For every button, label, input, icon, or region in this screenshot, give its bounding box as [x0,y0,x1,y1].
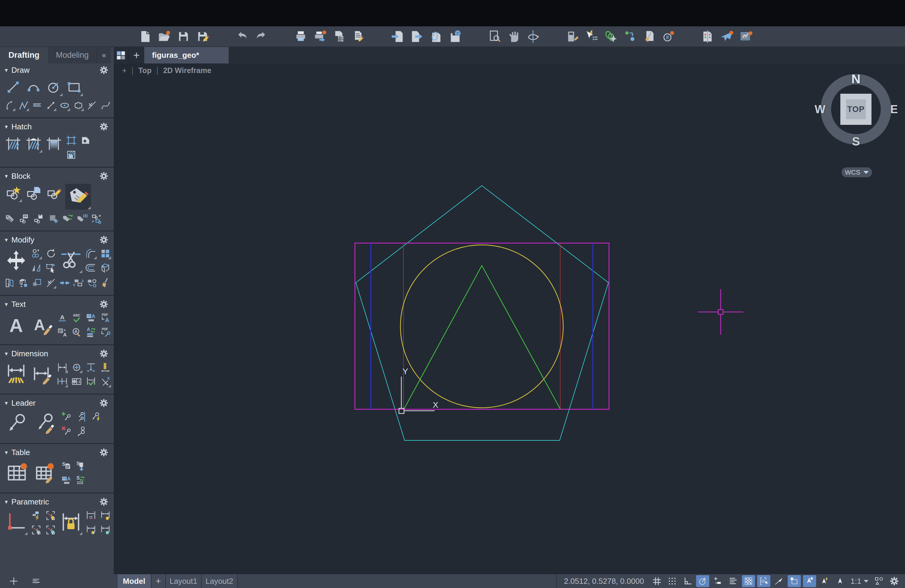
line[interactable] [4,78,22,96]
section-settings-gear-icon[interactable] [99,172,108,181]
sync-attributes[interactable] [62,213,74,224]
match-properties[interactable] [86,277,98,289]
layout1-tab[interactable]: Layout1 [166,574,202,588]
hide-all-constraints[interactable] [44,524,57,536]
stretch[interactable] [44,262,57,274]
mirror[interactable] [30,262,42,274]
arc-start-center-end[interactable] [4,99,16,111]
gradient[interactable] [45,134,63,153]
update-text[interactable] [85,326,97,338]
write-block[interactable] [33,213,45,224]
object-snap-toggle[interactable] [711,575,724,587]
section-collapse-caret[interactable]: ▾ [5,172,8,180]
isolate-objects-toggle[interactable] [727,575,740,587]
section-collapse-caret[interactable]: ▾ [5,498,8,505]
section-settings-gear-icon[interactable] [99,349,108,358]
dimension-scale[interactable] [99,361,111,373]
geometric-constraints[interactable] [4,510,28,535]
find-text[interactable] [71,326,83,338]
section-collapse-caret[interactable]: ▾ [5,300,8,308]
zoom-window-icon[interactable] [488,30,502,43]
count-icon[interactable] [661,30,675,43]
delete-duplicate-objects[interactable] [100,277,111,289]
model-tab[interactable]: Model [117,574,151,588]
viewcube-north[interactable]: N [851,72,861,86]
annotation-scale-list-toggle[interactable] [834,575,847,587]
export-icon[interactable] [410,30,424,43]
replace-block[interactable] [90,213,102,224]
hatch-pattern[interactable] [79,134,92,146]
section-settings-gear-icon[interactable] [99,399,108,407]
text-align[interactable] [85,312,97,324]
page-setup-manager-icon[interactable] [332,30,346,43]
panel-menu-icon[interactable] [30,575,42,587]
show-lineweight-toggle[interactable] [772,575,786,587]
multileader-style[interactable] [32,411,58,437]
hatch-annotative[interactable] [25,134,43,153]
scale[interactable] [32,277,43,289]
revision-cloud[interactable] [73,99,84,111]
fillet[interactable] [85,248,97,259]
array[interactable] [99,248,111,259]
sidebar-collapse-button[interactable]: « [97,47,111,64]
print-icon[interactable] [294,30,308,43]
section-collapse-caret[interactable]: ▾ [5,449,8,456]
break[interactable] [45,277,57,289]
drawing-compare-icon[interactable] [701,30,714,43]
plot-icon[interactable] [313,30,327,43]
polyline[interactable] [18,99,29,111]
align[interactable] [73,277,84,289]
layout2-tab[interactable]: Layout2 [202,574,238,588]
viewcube-west[interactable]: W [814,103,826,116]
update-table-data[interactable] [75,475,87,486]
save-as-icon[interactable] [196,30,210,43]
tool-sets-icon[interactable] [566,30,580,43]
download-table-data[interactable] [75,460,87,472]
section-settings-gear-icon[interactable] [99,122,108,131]
rotate[interactable] [44,248,57,259]
new-file-tab-button[interactable]: + [128,47,144,64]
save-icon[interactable] [176,30,191,43]
section-settings-gear-icon[interactable] [99,65,108,75]
show-hide-dynamic-constraints[interactable] [85,524,97,536]
dimension[interactable] [4,361,28,387]
continue-dimension[interactable] [56,376,68,388]
hatch-boundary[interactable] [65,134,77,146]
open-drawing-icon[interactable] [157,30,171,43]
trim[interactable] [59,248,83,273]
snap-to-grid-toggle[interactable] [742,575,755,587]
osnap-settings-icon[interactable] [604,30,618,43]
copy-to-layer[interactable] [18,277,29,289]
hatch[interactable] [4,134,22,153]
collect-leaders[interactable] [75,425,87,437]
redo-icon[interactable] [254,30,268,43]
plot-style-editor-icon[interactable] [351,30,365,43]
attribute-display[interactable] [76,213,88,224]
pdf-text-settings[interactable] [99,326,111,338]
export-table[interactable] [60,460,72,472]
customization-button[interactable] [888,575,901,587]
section-settings-gear-icon[interactable] [99,300,108,309]
offset[interactable] [85,262,97,274]
auto-constrain[interactable] [30,510,42,521]
viewport-visual-style-label[interactable]: 2D Wireframe [163,66,211,75]
create-block[interactable] [25,184,43,202]
single-line-text[interactable] [4,312,28,338]
table[interactable] [4,460,30,486]
layout-grid-icon[interactable] [114,47,128,64]
text-background-mask[interactable] [56,326,68,338]
dimensional-constraint[interactable] [59,510,83,535]
reassociate-dimension[interactable] [99,376,111,388]
ortho-mode-toggle[interactable] [681,575,694,587]
section-settings-gear-icon[interactable] [99,448,108,457]
section-collapse-caret[interactable]: ▾ [5,236,8,243]
snap-mode-toggle[interactable] [665,575,679,587]
manage-attributes[interactable] [19,213,30,224]
annotation-scale-dropdown[interactable]: 1:1 [851,577,868,586]
orbit-icon[interactable] [526,30,540,43]
add-layout-button[interactable]: + [151,574,166,588]
annotation-visibility-toggle[interactable] [788,575,801,587]
section-collapse-caret[interactable]: ▾ [5,67,8,74]
polar-tracking-toggle[interactable] [696,575,709,587]
hatch-set-origin[interactable] [65,149,77,161]
